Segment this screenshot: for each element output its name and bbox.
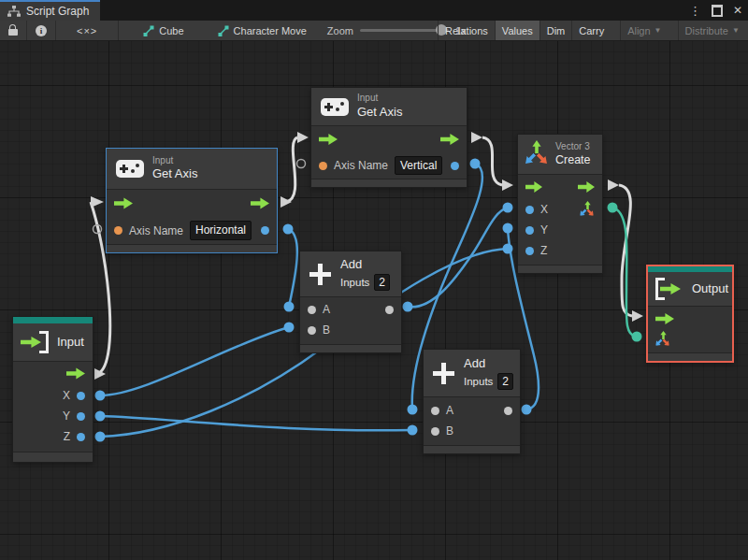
- node-title: Output: [692, 281, 728, 297]
- node-footer: [648, 352, 732, 361]
- vector3-in-port[interactable]: [655, 332, 670, 347]
- inputs-label: Inputs: [464, 376, 493, 387]
- y-label: Y: [63, 409, 70, 423]
- wire-value-horizontal-to-add1-a[interactable]: [288, 229, 297, 307]
- a-in-port[interactable]: [431, 407, 439, 415]
- z-in-port[interactable]: [525, 247, 534, 255]
- axis-name-port[interactable]: [114, 226, 122, 235]
- y-in-port[interactable]: [525, 226, 534, 235]
- value-out-port[interactable]: [451, 162, 459, 170]
- node-header[interactable]: Input: [13, 323, 93, 362]
- vector3-out-port[interactable]: [580, 202, 595, 217]
- wire-endpoint: [95, 432, 106, 442]
- control-out-port[interactable]: [251, 197, 269, 209]
- a-in-port[interactable]: [308, 306, 316, 314]
- wire-endpoint: [522, 405, 532, 415]
- wire-endpoint: [95, 411, 106, 422]
- unit-color-stripe: [13, 317, 93, 323]
- node-title: Add: [340, 257, 390, 273]
- axis-name-port[interactable]: [319, 162, 327, 170]
- node-get-axis-horizontal[interactable]: Input Get Axis Axis Name Horizontal: [106, 148, 278, 253]
- node-footer: [518, 265, 602, 273]
- z-label: Z: [64, 430, 70, 443]
- wire-endpoint: [470, 159, 481, 169]
- control-in-port[interactable]: [319, 134, 338, 146]
- node-footer: [424, 445, 520, 453]
- node-title: Get Axis: [152, 166, 197, 182]
- control-in-port[interactable]: [655, 313, 674, 325]
- x-label: X: [63, 389, 70, 402]
- input-unit-icon: [21, 331, 49, 353]
- wire-value-input-x-to-add1-b[interactable]: [100, 327, 289, 395]
- wire-value-add1-to-create-x[interactable]: [408, 208, 508, 307]
- inputs-count[interactable]: 2: [374, 274, 390, 291]
- node-get-axis-vertical[interactable]: Input Get Axis Axis Name Vertical: [310, 87, 468, 188]
- x-out-port[interactable]: [77, 392, 85, 400]
- script-graph-window: Script Graph ⋮ ✕ i <×> Cube Chara: [0, 0, 748, 560]
- a-label: A: [323, 303, 330, 316]
- node-footer: [107, 244, 277, 252]
- wire-endpoint: [284, 302, 295, 312]
- control-out-port[interactable]: [440, 134, 459, 146]
- control-out-port[interactable]: [66, 367, 85, 380]
- y-label: Y: [540, 223, 548, 237]
- wire-endpoint-vector: [632, 332, 642, 342]
- b-label: B: [323, 323, 330, 337]
- wire-endpoint: [408, 425, 418, 436]
- node-add-1[interactable]: Add Inputs 2 A B: [299, 251, 402, 353]
- axis-name-label: Axis Name: [334, 159, 388, 172]
- node-vector3-create[interactable]: Vector 3 Create X Y Z: [517, 134, 603, 274]
- b-in-port[interactable]: [308, 326, 316, 335]
- x-label: X: [540, 203, 548, 216]
- wire-endpoint: [403, 302, 413, 312]
- wire-endpoint: [408, 405, 418, 415]
- node-header[interactable]: Input Get Axis: [311, 88, 467, 126]
- axis-name-value[interactable]: Horizontal: [190, 221, 252, 239]
- wire-endpoint: [503, 223, 513, 234]
- node-kicker: Input: [152, 155, 197, 167]
- wire-arrowhead: [297, 132, 309, 143]
- node-kicker: Vector 3: [555, 141, 591, 153]
- inputs-label: Inputs: [340, 277, 369, 288]
- axis-name-value[interactable]: Vertical: [395, 156, 442, 175]
- add-icon: [309, 264, 331, 285]
- wire-arrowhead: [471, 132, 482, 143]
- wire-control-vertical-to-create[interactable]: [482, 137, 502, 185]
- control-in-port[interactable]: [114, 197, 133, 209]
- b-in-port[interactable]: [431, 427, 439, 436]
- node-footer: [311, 179, 467, 187]
- node-header[interactable]: Add Inputs 2: [424, 350, 520, 397]
- node-header[interactable]: Vector 3 Create: [518, 135, 602, 175]
- control-out-port[interactable]: [578, 181, 595, 194]
- z-out-port[interactable]: [77, 433, 85, 441]
- vector3-icon: [525, 142, 549, 166]
- unconnected-port[interactable]: [297, 160, 306, 168]
- sum-out-port[interactable]: [385, 306, 394, 314]
- y-out-port[interactable]: [77, 412, 85, 421]
- wire-arrowhead: [632, 310, 643, 322]
- x-in-port[interactable]: [525, 206, 534, 214]
- inputs-count[interactable]: 2: [497, 373, 513, 390]
- z-label: Z: [540, 244, 547, 257]
- node-input[interactable]: Input X Y Z: [12, 316, 94, 463]
- wire-endpoint: [503, 244, 513, 254]
- output-unit-icon: [655, 278, 683, 300]
- wire-endpoint: [95, 391, 106, 401]
- node-header[interactable]: Input Get Axis: [107, 149, 277, 190]
- control-in-port[interactable]: [525, 181, 542, 194]
- node-header[interactable]: Output: [648, 272, 732, 307]
- wire-endpoint: [503, 203, 513, 213]
- gamepad-icon: [116, 160, 144, 178]
- node-title: Get Axis: [357, 105, 402, 121]
- node-header[interactable]: Add Inputs 2: [300, 251, 401, 297]
- wire-arrowhead: [502, 179, 513, 191]
- wire-control-horizontal-to-vertical[interactable]: [286, 137, 297, 202]
- node-add-2[interactable]: Add Inputs 2 A B: [423, 349, 521, 454]
- sum-out-port[interactable]: [504, 407, 512, 415]
- node-output[interactable]: Output: [646, 265, 734, 363]
- wire-value-input-y-to-add2-b[interactable]: [100, 416, 412, 430]
- value-out-port[interactable]: [261, 226, 269, 235]
- wire-endpoint: [284, 323, 295, 333]
- wire-arrowhead: [608, 179, 619, 191]
- node-footer: [300, 344, 401, 352]
